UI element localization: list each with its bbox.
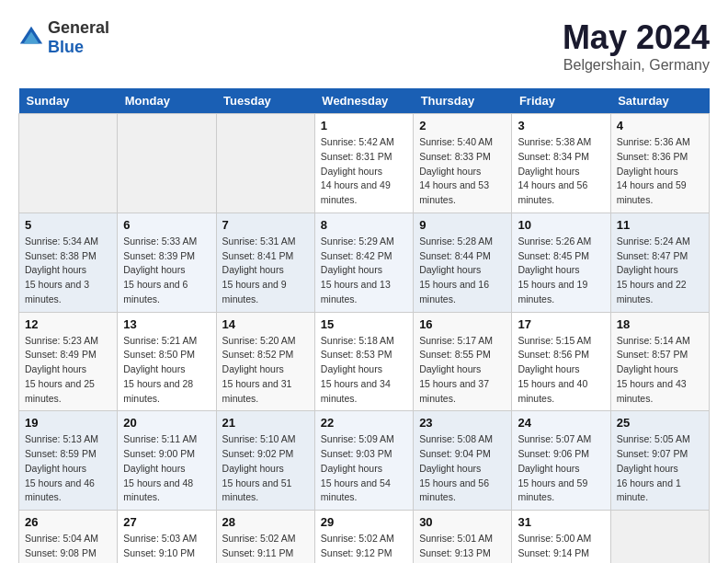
calendar-cell: 1Sunrise: 5:42 AMSunset: 8:31 PMDaylight… — [314, 114, 413, 213]
weekday-header-saturday: Saturday — [610, 88, 709, 114]
day-number: 7 — [222, 218, 309, 232]
logo-blue: Blue — [48, 38, 84, 56]
day-number: 31 — [518, 515, 604, 529]
day-number: 19 — [25, 416, 111, 430]
day-info: Sunrise: 5:10 AMSunset: 9:02 PMDaylight … — [222, 432, 309, 505]
day-number: 20 — [123, 416, 210, 430]
calendar-cell: 7Sunrise: 5:31 AMSunset: 8:41 PMDaylight… — [216, 213, 314, 312]
day-number: 11 — [617, 218, 703, 232]
calendar-cell: 8Sunrise: 5:29 AMSunset: 8:42 PMDaylight… — [314, 213, 413, 312]
calendar-cell: 15Sunrise: 5:18 AMSunset: 8:53 PMDayligh… — [314, 312, 413, 411]
calendar-cell: 31Sunrise: 5:00 AMSunset: 9:14 PMDayligh… — [512, 511, 610, 564]
calendar-cell: 2Sunrise: 5:40 AMSunset: 8:33 PMDaylight… — [414, 114, 512, 213]
calendar-cell: 20Sunrise: 5:11 AMSunset: 9:00 PMDayligh… — [118, 411, 216, 511]
day-info: Sunrise: 5:29 AMSunset: 8:42 PMDaylight … — [321, 235, 407, 307]
day-number: 26 — [25, 515, 111, 529]
calendar-cell: 6Sunrise: 5:33 AMSunset: 8:39 PMDaylight… — [118, 213, 216, 312]
logo: General Blue — [18, 18, 109, 57]
day-info: Sunrise: 5:11 AMSunset: 9:00 PMDaylight … — [123, 432, 210, 505]
calendar-cell: 10Sunrise: 5:26 AMSunset: 8:45 PMDayligh… — [512, 213, 610, 312]
day-info: Sunrise: 5:33 AMSunset: 8:39 PMDaylight … — [123, 235, 210, 307]
month-title: May 2024 — [563, 18, 710, 57]
day-info: Sunrise: 5:00 AMSunset: 9:14 PMDaylight … — [518, 532, 604, 563]
day-info: Sunrise: 5:14 AMSunset: 8:57 PMDaylight … — [617, 334, 703, 407]
calendar-cell: 9Sunrise: 5:28 AMSunset: 8:44 PMDaylight… — [414, 213, 512, 312]
weekday-header-monday: Monday — [118, 88, 216, 114]
day-info: Sunrise: 5:01 AMSunset: 9:13 PMDaylight … — [419, 532, 506, 563]
calendar-cell: 12Sunrise: 5:23 AMSunset: 8:49 PMDayligh… — [19, 312, 118, 411]
calendar-cell: 29Sunrise: 5:02 AMSunset: 9:12 PMDayligh… — [314, 511, 413, 564]
day-number: 30 — [419, 515, 506, 529]
day-number: 4 — [617, 119, 703, 132]
calendar-cell: 21Sunrise: 5:10 AMSunset: 9:02 PMDayligh… — [216, 411, 314, 511]
calendar-cell: 14Sunrise: 5:20 AMSunset: 8:52 PMDayligh… — [216, 312, 314, 411]
day-info: Sunrise: 5:23 AMSunset: 8:49 PMDaylight … — [25, 334, 111, 407]
calendar-cell: 17Sunrise: 5:15 AMSunset: 8:56 PMDayligh… — [512, 312, 610, 411]
calendar-cell: 5Sunrise: 5:34 AMSunset: 8:38 PMDaylight… — [19, 213, 118, 312]
day-info: Sunrise: 5:05 AMSunset: 9:07 PMDaylight … — [617, 432, 703, 505]
day-info: Sunrise: 5:26 AMSunset: 8:45 PMDaylight … — [518, 235, 604, 307]
location: Belgershain, Germany — [563, 57, 710, 74]
calendar-cell: 13Sunrise: 5:21 AMSunset: 8:50 PMDayligh… — [118, 312, 216, 411]
calendar-week-3: 12Sunrise: 5:23 AMSunset: 8:49 PMDayligh… — [19, 312, 710, 411]
day-info: Sunrise: 5:42 AMSunset: 8:31 PMDaylight … — [321, 135, 407, 208]
day-info: Sunrise: 5:36 AMSunset: 8:36 PMDaylight … — [617, 135, 703, 208]
day-info: Sunrise: 5:09 AMSunset: 9:03 PMDaylight … — [321, 432, 407, 505]
day-number: 14 — [222, 317, 309, 331]
day-info: Sunrise: 5:03 AMSunset: 9:10 PMDaylight … — [123, 532, 210, 563]
day-info: Sunrise: 5:31 AMSunset: 8:41 PMDaylight … — [222, 235, 309, 307]
calendar-cell: 11Sunrise: 5:24 AMSunset: 8:47 PMDayligh… — [610, 213, 709, 312]
day-number: 13 — [123, 317, 210, 331]
day-number: 10 — [518, 218, 604, 232]
day-info: Sunrise: 5:08 AMSunset: 9:04 PMDaylight … — [419, 432, 506, 505]
page-header: General Blue May 2024 Belgershain, Germa… — [18, 18, 710, 74]
calendar-week-5: 26Sunrise: 5:04 AMSunset: 9:08 PMDayligh… — [19, 511, 710, 564]
day-number: 2 — [419, 119, 506, 132]
day-info: Sunrise: 5:40 AMSunset: 8:33 PMDaylight … — [419, 135, 506, 208]
calendar-table: SundayMondayTuesdayWednesdayThursdayFrid… — [18, 88, 710, 563]
calendar-cell: 27Sunrise: 5:03 AMSunset: 9:10 PMDayligh… — [118, 511, 216, 564]
day-number: 8 — [321, 218, 407, 232]
calendar-week-2: 5Sunrise: 5:34 AMSunset: 8:38 PMDaylight… — [19, 213, 710, 312]
calendar-week-1: 1Sunrise: 5:42 AMSunset: 8:31 PMDaylight… — [19, 114, 710, 213]
calendar-cell: 16Sunrise: 5:17 AMSunset: 8:55 PMDayligh… — [414, 312, 512, 411]
weekday-header-thursday: Thursday — [414, 88, 512, 114]
calendar-cell: 24Sunrise: 5:07 AMSunset: 9:06 PMDayligh… — [512, 411, 610, 511]
day-info: Sunrise: 5:18 AMSunset: 8:53 PMDaylight … — [321, 334, 407, 407]
calendar-cell: 22Sunrise: 5:09 AMSunset: 9:03 PMDayligh… — [314, 411, 413, 511]
day-info: Sunrise: 5:02 AMSunset: 9:11 PMDaylight … — [222, 532, 309, 563]
calendar-cell — [118, 114, 216, 213]
weekday-header-sunday: Sunday — [19, 88, 118, 114]
weekday-header-tuesday: Tuesday — [216, 88, 314, 114]
day-info: Sunrise: 5:13 AMSunset: 8:59 PMDaylight … — [25, 432, 111, 505]
day-number: 18 — [617, 317, 703, 331]
calendar-cell: 26Sunrise: 5:04 AMSunset: 9:08 PMDayligh… — [19, 511, 118, 564]
day-number: 12 — [25, 317, 111, 331]
day-number: 24 — [518, 416, 604, 430]
day-number: 6 — [123, 218, 210, 232]
day-number: 28 — [222, 515, 309, 529]
day-info: Sunrise: 5:38 AMSunset: 8:34 PMDaylight … — [518, 135, 604, 208]
calendar-cell — [19, 114, 118, 213]
day-number: 1 — [321, 119, 407, 132]
day-number: 23 — [419, 416, 506, 430]
weekday-header-wednesday: Wednesday — [314, 88, 413, 114]
calendar-cell: 28Sunrise: 5:02 AMSunset: 9:11 PMDayligh… — [216, 511, 314, 564]
logo-icon — [18, 25, 44, 51]
day-number: 9 — [419, 218, 506, 232]
logo-text: General Blue — [48, 18, 109, 57]
calendar-cell: 30Sunrise: 5:01 AMSunset: 9:13 PMDayligh… — [414, 511, 512, 564]
day-info: Sunrise: 5:04 AMSunset: 9:08 PMDaylight … — [25, 532, 111, 563]
calendar-cell: 18Sunrise: 5:14 AMSunset: 8:57 PMDayligh… — [610, 312, 709, 411]
calendar-week-4: 19Sunrise: 5:13 AMSunset: 8:59 PMDayligh… — [19, 411, 710, 511]
calendar-cell — [216, 114, 314, 213]
day-number: 15 — [321, 317, 407, 331]
day-info: Sunrise: 5:02 AMSunset: 9:12 PMDaylight … — [321, 532, 407, 563]
calendar-cell: 23Sunrise: 5:08 AMSunset: 9:04 PMDayligh… — [414, 411, 512, 511]
day-info: Sunrise: 5:21 AMSunset: 8:50 PMDaylight … — [123, 334, 210, 407]
calendar-cell: 25Sunrise: 5:05 AMSunset: 9:07 PMDayligh… — [610, 411, 709, 511]
day-number: 27 — [123, 515, 210, 529]
calendar-cell: 19Sunrise: 5:13 AMSunset: 8:59 PMDayligh… — [19, 411, 118, 511]
weekday-header-friday: Friday — [512, 88, 610, 114]
calendar-cell — [610, 511, 709, 564]
